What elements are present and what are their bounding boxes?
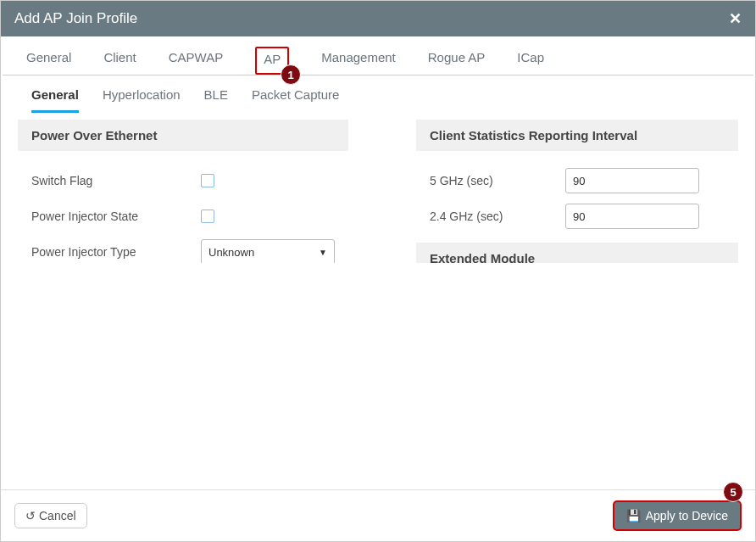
main-tabs: General Client CAPWAP AP 1 Management Ro… (3, 36, 753, 75)
apply-to-device-button[interactable]: 💾 Apply to Device (613, 500, 742, 531)
row-5ghz: 5 GHz (sec) 90 (416, 163, 738, 198)
tab-management[interactable]: Management (321, 50, 396, 75)
row-24ghz: 2.4 GHz (sec) 90 (416, 198, 738, 234)
label-power-injector-type: Power Injector Type (31, 245, 201, 259)
chevron-down-icon: ▼ (319, 248, 327, 257)
stats-section-header: Client Statistics Reporting Interval (416, 120, 738, 151)
save-icon: 💾 (626, 509, 641, 522)
undo-icon: ↺ (25, 509, 36, 522)
checkbox-switch-flag[interactable] (201, 174, 214, 187)
subtab-packet-capture[interactable]: Packet Capture (252, 87, 339, 113)
right-column: Client Statistics Reporting Interval 5 G… (416, 120, 738, 263)
modal-footer: ↺ Cancel 5 💾 Apply to Device (1, 489, 755, 541)
row-power-injector-state: Power Injector State (18, 198, 348, 234)
select-power-injector-type[interactable]: Unknown ▼ (201, 239, 335, 263)
content-columns: Power Over Ethernet Switch Flag Power In… (3, 113, 753, 263)
label-24ghz: 2.4 GHz (sec) (430, 210, 565, 223)
modal-header: Add AP Join Profile ✕ (1, 1, 755, 36)
modal-body: General Client CAPWAP AP 1 Management Ro… (1, 36, 755, 263)
label-5ghz: 5 GHz (sec) (430, 174, 565, 187)
tab-client[interactable]: Client (103, 50, 136, 75)
left-column: Power Over Ethernet Switch Flag Power In… (18, 120, 348, 263)
label-power-injector-state: Power Injector State (31, 210, 201, 223)
tab-ap[interactable]: AP 1 (255, 47, 289, 75)
tab-general[interactable]: General (26, 50, 71, 75)
add-ap-join-profile-modal: Add AP Join Profile ✕ General Client CAP… (0, 0, 756, 542)
input-24ghz[interactable]: 90 (565, 204, 699, 229)
poe-section-header: Power Over Ethernet (18, 120, 348, 151)
modal-title: Add AP Join Profile (14, 10, 137, 27)
label-switch-flag: Switch Flag (31, 174, 201, 187)
subtab-ble[interactable]: BLE (204, 87, 228, 113)
checkbox-power-injector-state[interactable] (201, 210, 214, 223)
subtab-hyperlocation[interactable]: Hyperlocation (103, 87, 181, 113)
tab-capwap[interactable]: CAPWAP (169, 50, 223, 75)
input-5ghz[interactable]: 90 (565, 168, 699, 193)
close-icon[interactable]: ✕ (729, 9, 742, 28)
extended-module-header: Extended Module (416, 243, 738, 263)
callout-5: 5 (723, 482, 743, 502)
subtab-general[interactable]: General (31, 87, 79, 113)
row-power-injector-type: Power Injector Type Unknown ▼ (18, 234, 348, 263)
tab-rogue-ap[interactable]: Rogue AP (428, 50, 486, 75)
tab-icap[interactable]: ICap (517, 50, 544, 75)
row-switch-flag: Switch Flag (18, 163, 348, 198)
sub-tabs: General Hyperlocation BLE Packet Capture (3, 75, 753, 113)
cancel-button[interactable]: ↺ Cancel (14, 503, 87, 528)
